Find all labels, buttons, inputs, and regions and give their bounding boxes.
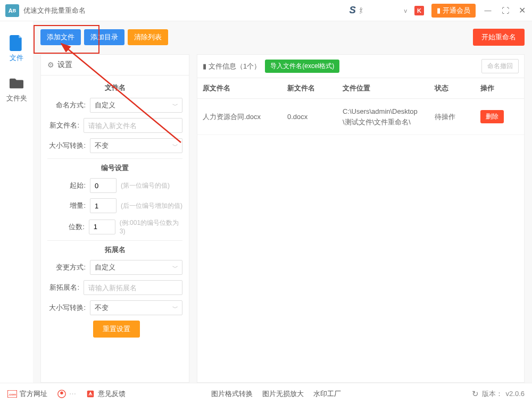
support-link[interactable]: ⋯ xyxy=(57,389,76,399)
feedback-link[interactable]: 意见反馈 xyxy=(86,389,126,399)
increment-input[interactable] xyxy=(90,198,117,213)
watermark-link[interactable]: 水印工厂 xyxy=(313,389,341,399)
file-table: 原文件名 新文件名 文件位置 状态 操作 人力资源合同.docx0.docxC:… xyxy=(197,78,524,135)
start-rename-button[interactable]: 开始重命名 xyxy=(473,29,525,46)
svg-text:.com: .com xyxy=(9,392,16,395)
col-new: 新文件名 xyxy=(282,78,337,99)
filename-section-label: 文件名 xyxy=(47,81,182,98)
import-excel-button[interactable]: 导入文件名(excel格式) xyxy=(265,60,339,73)
ext-section-label: 拓展名 xyxy=(47,240,182,260)
official-site-link[interactable]: .com 官方网址 xyxy=(7,389,47,399)
settings-head: ⚙ 设置 xyxy=(41,55,189,75)
close-button[interactable]: ✕ xyxy=(517,6,527,15)
svg-point-4 xyxy=(60,391,63,394)
file-icon xyxy=(10,35,23,51)
ext-case-select[interactable]: ﹀ xyxy=(90,300,182,315)
app-icon: AB xyxy=(5,4,19,17)
naming-mode-select[interactable]: ﹀ xyxy=(90,98,182,113)
cell-status: 待操作 xyxy=(429,99,475,135)
toolbar: 添加文件 添加目录 清除列表 开始重命名 xyxy=(40,29,525,46)
s-logo-icon: S xyxy=(349,5,355,16)
sidebar-item-folder[interactable]: 文件夹 xyxy=(0,70,33,111)
filelist-panel: ▮ 文件信息（1个） 导入文件名(excel格式) 命名撤回 原文件名 新文件名… xyxy=(197,54,525,383)
refresh-icon[interactable]: ↻ xyxy=(472,389,479,399)
table-row: 人力资源合同.docx0.docxC:\Users\admin\Desktop\… xyxy=(197,99,524,135)
vip-button[interactable]: ▮ 开通会员 xyxy=(431,4,476,18)
folder-icon xyxy=(10,75,23,91)
maximize-button[interactable]: ⛶ xyxy=(500,6,510,15)
headset-icon xyxy=(57,389,66,399)
col-status: 状态 xyxy=(429,78,475,99)
start-input[interactable] xyxy=(90,178,117,193)
sidebar: 文件 文件夹 xyxy=(0,21,33,383)
col-orig: 原文件名 xyxy=(197,78,282,99)
footer: .com 官方网址 ⋯ 意见反馈 图片格式转换 图片无损放大 水印工厂 ↻ 版本… xyxy=(0,383,532,404)
delete-row-button[interactable]: 删除 xyxy=(480,110,504,123)
case-select[interactable]: ﹀ xyxy=(90,138,182,153)
app-title: 优速文件批量重命名 xyxy=(23,6,349,15)
digits-input[interactable] xyxy=(89,220,115,234)
settings-panel: ⚙ 设置 文件名 命名方式: ﹀ 新文件名: xyxy=(40,54,189,383)
new-filename-input[interactable] xyxy=(84,118,182,133)
plugin-dropdown[interactable]: S 纟 v xyxy=(349,5,407,16)
reset-button[interactable]: 重置设置 xyxy=(93,321,140,338)
add-file-button[interactable]: 添加文件 xyxy=(40,29,81,45)
gear-icon: ⚙ xyxy=(47,61,54,69)
undo-button[interactable]: 命名撤回 xyxy=(481,59,519,73)
minimize-button[interactable]: — xyxy=(483,6,493,15)
cell-path: C:\Users\admin\Desktop\测试文件\文件重命名\ xyxy=(337,99,429,135)
clear-list-button[interactable]: 清除列表 xyxy=(128,29,168,45)
document-icon: ▮ xyxy=(203,62,206,70)
cell-orig: 人力资源合同.docx xyxy=(197,99,282,135)
numbering-section-label: 编号设置 xyxy=(47,158,182,178)
cell-new: 0.docx xyxy=(282,99,337,135)
sidebar-item-file[interactable]: 文件 xyxy=(0,30,33,70)
file-info-label: ▮ 文件信息（1个） xyxy=(203,62,261,71)
img-convert-link[interactable]: 图片格式转换 xyxy=(211,389,253,399)
col-path: 文件位置 xyxy=(337,78,429,99)
col-action: 操作 xyxy=(475,78,524,99)
new-ext-input[interactable] xyxy=(84,280,182,295)
crown-icon: ▮ xyxy=(437,6,440,14)
ext-mode-select[interactable]: ﹀ xyxy=(90,260,182,275)
add-dir-button[interactable]: 添加目录 xyxy=(84,29,124,45)
img-enlarge-link[interactable]: 图片无损放大 xyxy=(262,389,304,399)
version-label: ↻ 版本：v2.0.6 xyxy=(472,389,525,399)
titlebar: AB 优速文件批量重命名 S 纟 v K ▮ 开通会员 — ⛶ ✕ xyxy=(0,0,532,21)
antivirus-badge-icon[interactable]: K xyxy=(414,6,424,15)
website-icon: .com xyxy=(7,390,17,398)
feedback-icon xyxy=(86,390,95,398)
